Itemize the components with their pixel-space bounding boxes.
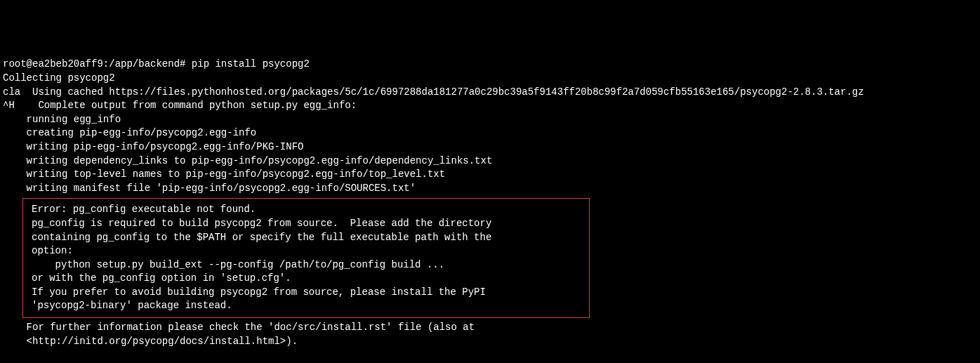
output-line: Collecting psycopg2 — [3, 72, 977, 86]
error-line: If you prefer to avoid building psycopg2… — [32, 286, 581, 300]
error-line: pg_config is required to build psycopg2 … — [32, 217, 581, 231]
output-line: writing dependency_links to pip-egg-info… — [3, 154, 977, 169]
output-line: cla Using cached https://files.pythonhos… — [3, 86, 977, 100]
output-line: writing top-level names to pip-egg-info/… — [3, 168, 977, 182]
error-line: python setup.py build_ext --pg-config /p… — [32, 258, 581, 272]
error-line: containing pg_config to the $PATH or spe… — [32, 231, 581, 245]
output-line: ^H Complete output from command python s… — [3, 99, 977, 113]
output-line: running egg_info — [3, 113, 977, 127]
error-line: or with the pg_config option in 'setup.c… — [32, 272, 581, 286]
output-line: writing pip-egg-info/psycopg2.egg-info/P… — [3, 140, 977, 154]
output-line: creating pip-egg-info/psycopg2.egg-info — [3, 126, 977, 140]
terminal-output[interactable]: root@ea2beb20aff9:/app/backend# pip inst… — [3, 58, 977, 348]
output-line: For further information please check the… — [3, 321, 977, 335]
prompt-line: root@ea2beb20aff9:/app/backend# pip inst… — [3, 58, 977, 72]
output-line: writing manifest file 'pip-egg-info/psyc… — [3, 182, 977, 196]
error-line: 'psycopg2-binary' package instead. — [32, 299, 581, 313]
error-line: option: — [32, 244, 581, 258]
error-box: Error: pg_config executable not found.pg… — [22, 198, 590, 318]
output-line: <http://initd.org/psycopg/docs/install.h… — [3, 335, 977, 349]
error-line: Error: pg_config executable not found. — [32, 203, 581, 217]
